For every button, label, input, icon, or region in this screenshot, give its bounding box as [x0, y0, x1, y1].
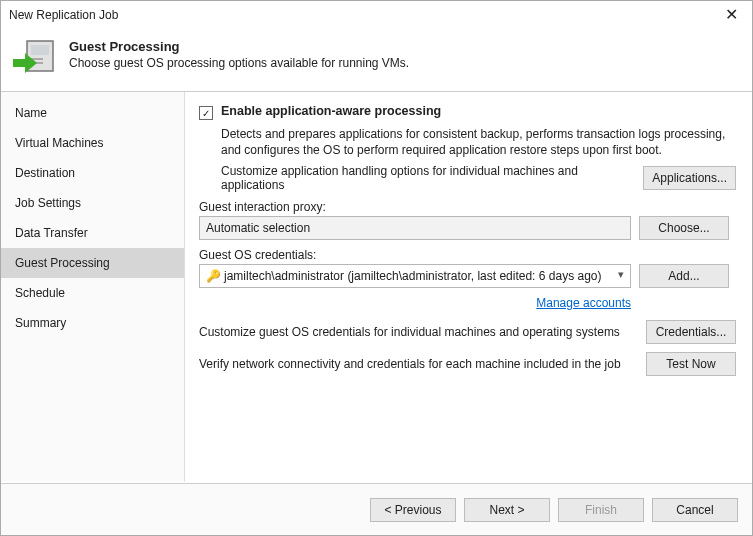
choose-button[interactable]: Choose...	[639, 216, 729, 240]
enable-app-aware-checkbox[interactable]	[199, 106, 213, 120]
add-button[interactable]: Add...	[639, 264, 729, 288]
sidebar-item-destination[interactable]: Destination	[1, 158, 184, 188]
titlebar: New Replication Job ✕	[1, 1, 752, 29]
wizard-footer: < Previous Next > Finish Cancel	[1, 483, 752, 535]
header-title: Guest Processing	[69, 39, 409, 54]
previous-button[interactable]: < Previous	[370, 498, 456, 522]
verify-text: Verify network connectivity and credenti…	[199, 357, 638, 371]
creds-label: Guest OS credentials:	[199, 248, 736, 262]
sidebar-item-guest-processing[interactable]: Guest Processing	[1, 248, 184, 278]
customize-creds-text: Customize guest OS credentials for indiv…	[199, 325, 638, 339]
sidebar-item-name[interactable]: Name	[1, 98, 184, 128]
enable-app-aware-label: Enable application-aware processing	[221, 104, 441, 118]
svg-rect-1	[31, 45, 49, 55]
wizard-header: Guest Processing Choose guest OS process…	[1, 29, 752, 87]
sidebar-item-virtual-machines[interactable]: Virtual Machines	[1, 128, 184, 158]
proxy-label: Guest interaction proxy:	[199, 200, 736, 214]
credentials-button[interactable]: Credentials...	[646, 320, 736, 344]
sidebar-item-schedule[interactable]: Schedule	[1, 278, 184, 308]
test-now-button[interactable]: Test Now	[646, 352, 736, 376]
header-subtitle: Choose guest OS processing options avail…	[69, 56, 409, 70]
credentials-dropdown[interactable]: 🔑 jamiltech\administrator (jamiltech\adm…	[199, 264, 631, 288]
wizard-sidebar: Name Virtual Machines Destination Job Se…	[1, 92, 185, 482]
cancel-button[interactable]: Cancel	[652, 498, 738, 522]
enable-app-aware-desc: Detects and prepares applications for co…	[221, 126, 736, 158]
customize-apps-text: Customize application handling options f…	[221, 164, 635, 192]
next-button[interactable]: Next >	[464, 498, 550, 522]
main-panel: Enable application-aware processing Dete…	[185, 92, 752, 482]
sidebar-item-data-transfer[interactable]: Data Transfer	[1, 218, 184, 248]
proxy-field: Automatic selection	[199, 216, 631, 240]
sidebar-item-job-settings[interactable]: Job Settings	[1, 188, 184, 218]
guest-processing-icon	[11, 35, 59, 83]
finish-button: Finish	[558, 498, 644, 522]
credentials-value: jamiltech\administrator (jamiltech\admin…	[224, 269, 602, 283]
applications-button[interactable]: Applications...	[643, 166, 736, 190]
manage-accounts-link[interactable]: Manage accounts	[536, 296, 631, 310]
key-icon: 🔑	[206, 269, 220, 283]
sidebar-item-summary[interactable]: Summary	[1, 308, 184, 338]
window-title: New Replication Job	[9, 8, 719, 22]
close-icon[interactable]: ✕	[719, 7, 744, 23]
chevron-down-icon: ▾	[618, 268, 624, 281]
